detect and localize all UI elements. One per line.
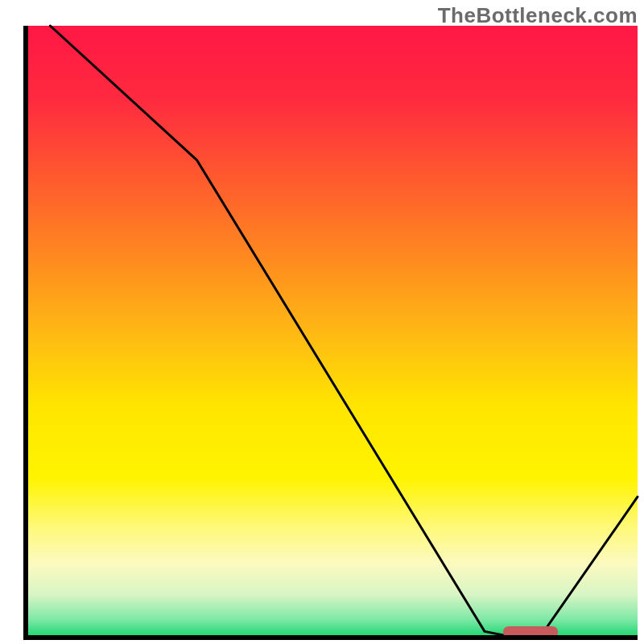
chart-container: TheBottleneck.com [0, 0, 644, 644]
gradient-background [26, 26, 638, 638]
bottleneck-chart [0, 0, 644, 644]
